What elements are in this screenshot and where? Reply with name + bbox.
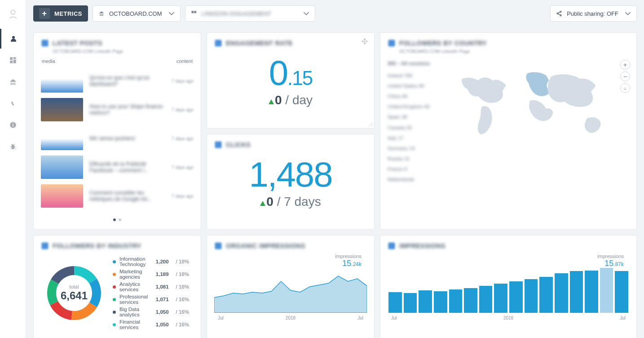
sidebar-item-bugs[interactable] — [0, 137, 26, 156]
bank-icon — [98, 10, 105, 17]
metric-delta: 0 / 7 days — [214, 195, 367, 209]
sidebar-item-integrations[interactable] — [0, 72, 26, 92]
svg-rect-26 — [215, 243, 222, 249]
account-selector[interactable]: OCTOBOARD.COM — [93, 5, 181, 22]
card-impressions: IMPRESSIONS impressions15.87k Jul2018Jul — [380, 235, 637, 338]
linkedin-icon — [41, 242, 49, 250]
svg-point-1 — [12, 36, 15, 39]
list-item[interactable]: Comment surveiller les métriques de Goog… — [41, 182, 194, 210]
svg-rect-11 — [194, 11, 196, 13]
public-sharing-toggle[interactable]: Public sharing: OFF — [550, 5, 637, 22]
linkedin-icon — [388, 39, 396, 47]
donut-chart: total6,641 — [45, 264, 103, 322]
world-map[interactable] — [450, 58, 629, 148]
move-icon[interactable] — [362, 38, 368, 44]
sidebar — [0, 0, 26, 338]
sidebar-item-info[interactable] — [0, 115, 26, 135]
list-item[interactable]: Qu'est-ce que c'est qu'un dashboard?7 da… — [41, 67, 194, 95]
pagination-dots[interactable] — [41, 215, 194, 223]
x-axis: Jul2018Jul — [214, 313, 367, 320]
post-thumbnail — [41, 98, 83, 121]
card-title: ENGAGEMENT RATE — [226, 40, 293, 47]
svg-rect-7 — [13, 125, 13, 127]
svg-point-0 — [11, 10, 15, 14]
card-title: ORGANIC IMPRESSIONS — [226, 242, 305, 249]
post-thumbnail — [41, 156, 83, 179]
card-engagement-rate: ENGAGEMENT RATE 0.15 0 / day — [207, 32, 375, 129]
linkedin-icon — [214, 242, 222, 250]
linkedin-icon — [388, 242, 396, 250]
list-item[interactable]: Wir sense pushers!7 days ago — [41, 124, 194, 153]
svg-rect-18 — [215, 141, 222, 148]
share-icon — [556, 10, 562, 17]
card-title: IMPRESSIONS — [399, 242, 446, 249]
chart-legend: Information Technology1,200/ 18% Marketi… — [113, 255, 189, 331]
card-title: CLICKS — [226, 141, 251, 148]
zoom-reset-button[interactable]: ⌂ — [620, 83, 630, 93]
linkedin-icon — [214, 141, 222, 149]
card-clicks: CLICKS 1,488 0 / 7 days — [207, 134, 375, 230]
sharing-label: Public sharing: OFF — [567, 10, 618, 17]
dashboard-icon — [191, 10, 197, 17]
card-followers-country: FOLLOWERS BY COUNTRY OCTOBOARD.COM Linke… — [380, 32, 637, 230]
resize-handle-icon[interactable] — [368, 122, 373, 127]
svg-rect-4 — [13, 60, 16, 63]
metric-delta: 0 / day — [214, 93, 367, 107]
metric-value: 0.15 — [214, 55, 367, 90]
svg-rect-16 — [215, 40, 222, 47]
chart-highlight: 15.87k — [597, 259, 624, 268]
post-thumbnail — [41, 127, 83, 150]
plus-icon: + — [39, 8, 50, 19]
card-title: LATEST POSTS — [53, 40, 102, 47]
donut-total: 6,641 — [61, 289, 88, 302]
bar-chart — [388, 268, 629, 313]
svg-rect-5 — [10, 61, 13, 63]
svg-rect-27 — [388, 243, 395, 249]
card-subtitle: OCTOBOARD.COM LinkedIn Page — [399, 49, 629, 54]
zoom-in-button[interactable]: + — [620, 60, 630, 70]
chart-highlight: 15.24k — [335, 259, 362, 268]
card-followers-industry: FOLLOWERS BY INDUSTRY total6,6 — [33, 235, 201, 338]
chevron-down-icon — [168, 10, 175, 17]
svg-rect-3 — [13, 57, 16, 59]
topbar: + METRICS OCTOBOARD.COM LINKEDIN ENGAGEM… — [26, 0, 644, 27]
metrics-label: METRICS — [54, 10, 82, 17]
post-thumbnail — [41, 69, 83, 93]
logo-icon — [7, 8, 19, 21]
metric-value: 1,488 — [214, 157, 367, 192]
sidebar-item-dashboards[interactable] — [0, 50, 26, 70]
posts-header: media content — [41, 58, 194, 64]
add-metrics-button[interactable]: + METRICS — [33, 5, 88, 22]
svg-rect-17 — [388, 40, 395, 47]
card-organic-impressions: ORGANIC IMPRESSIONS impressions15.24k Ju… — [207, 235, 375, 338]
card-title: FOLLOWERS BY COUNTRY — [399, 40, 487, 47]
list-item[interactable]: Efficacité de la Publicité Facebook – co… — [41, 153, 194, 182]
list-item[interactable]: How to use your Stripe finance metrics?7… — [41, 95, 194, 124]
post-thumbnail — [41, 184, 83, 208]
card-subtitle: OCTOBOARD.COM LinkedIn Page — [53, 49, 194, 54]
linkedin-icon — [41, 39, 49, 47]
sidebar-item-account[interactable] — [0, 29, 26, 49]
trend-up-icon — [260, 201, 265, 206]
svg-rect-2 — [10, 57, 13, 60]
card-latest-posts: LATEST POSTS OCTOBOARD.COM LinkedIn Page… — [33, 32, 201, 230]
area-chart — [214, 268, 367, 313]
chevron-down-icon — [303, 10, 309, 17]
trend-up-icon — [269, 99, 274, 104]
country-list: 989 – All sessions Ireland 789United Sta… — [388, 58, 446, 185]
svg-rect-15 — [42, 40, 49, 47]
account-name: OCTOBOARD.COM — [109, 10, 162, 17]
linkedin-icon — [214, 39, 222, 47]
dashboard-name: LINKEDIN ENGAGEMENT — [202, 10, 272, 17]
x-axis: Jul2018Jul — [388, 313, 629, 320]
svg-rect-10 — [191, 11, 193, 13]
dashboard-selector[interactable]: LINKEDIN ENGAGEMENT — [185, 5, 315, 22]
svg-point-9 — [11, 145, 15, 150]
svg-rect-19 — [42, 243, 49, 249]
chevron-down-icon — [625, 10, 631, 17]
zoom-out-button[interactable]: − — [620, 71, 630, 81]
svg-point-8 — [13, 123, 13, 124]
card-title: FOLLOWERS BY INDUSTRY — [53, 242, 141, 249]
sidebar-item-connections[interactable] — [0, 93, 26, 113]
